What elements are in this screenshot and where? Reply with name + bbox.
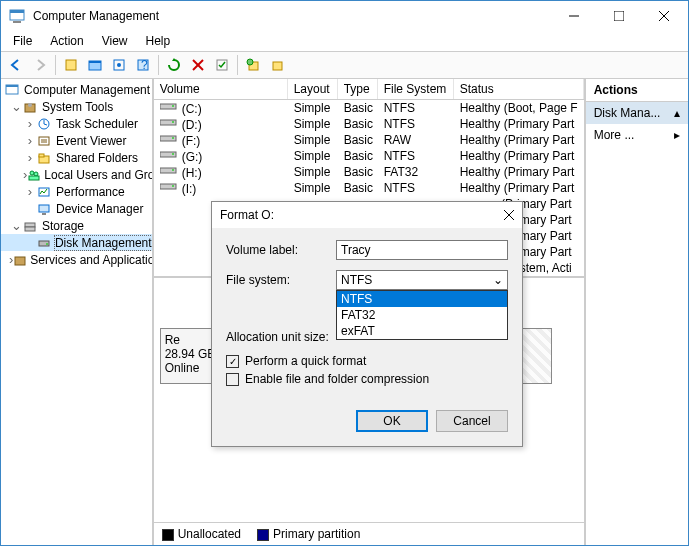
- checkbox-unchecked-icon: [226, 373, 239, 386]
- tree-disk-management[interactable]: Disk Management: [1, 234, 152, 251]
- svg-point-44: [172, 105, 174, 107]
- actions-header: Actions: [586, 79, 688, 102]
- svg-rect-27: [39, 137, 49, 145]
- volume-list-header[interactable]: Volume Layout Type File System Status: [154, 79, 584, 100]
- chevron-right-icon: ▸: [674, 128, 680, 142]
- fs-option-exfat[interactable]: exFAT: [337, 323, 507, 339]
- svg-point-33: [34, 172, 38, 176]
- fs-option-fat32[interactable]: FAT32: [337, 307, 507, 323]
- svg-point-23: [28, 103, 32, 107]
- volume-row[interactable]: (D:)SimpleBasicNTFSHealthy (Primary Part: [154, 116, 584, 132]
- minimize-button[interactable]: [551, 1, 596, 31]
- help-button[interactable]: ?: [132, 54, 154, 76]
- back-button[interactable]: [5, 54, 27, 76]
- svg-rect-2: [13, 21, 21, 23]
- svg-point-54: [172, 185, 174, 187]
- svg-rect-38: [25, 223, 35, 227]
- svg-rect-35: [39, 188, 49, 196]
- toolbar-icon[interactable]: [84, 54, 106, 76]
- close-button[interactable]: [641, 1, 686, 31]
- allocation-unit-label: Allocation unit size:: [226, 330, 336, 344]
- svg-rect-9: [89, 61, 101, 63]
- compression-checkbox[interactable]: Enable file and folder compression: [226, 372, 508, 386]
- volume-row[interactable]: (C:)SimpleBasicNTFSHealthy (Boot, Page F: [154, 100, 584, 116]
- checkbox-checked-icon: ✓: [226, 355, 239, 368]
- dialog-title: Format O:: [220, 208, 504, 222]
- tree-storage[interactable]: ⌄Storage: [1, 217, 152, 234]
- svg-text:?: ?: [141, 58, 148, 72]
- chevron-down-icon: ⌄: [493, 273, 503, 287]
- refresh-button[interactable]: [163, 54, 185, 76]
- svg-rect-1: [10, 10, 24, 13]
- actions-more[interactable]: More ...▸: [586, 124, 688, 146]
- dialog-close-button[interactable]: [504, 210, 514, 220]
- svg-rect-7: [66, 60, 76, 70]
- format-dialog: Format O: Volume label: File system: NTF…: [211, 201, 523, 447]
- svg-point-32: [30, 171, 34, 175]
- volume-label-label: Volume label:: [226, 243, 336, 257]
- tree-task-scheduler[interactable]: ›Task Scheduler: [1, 115, 152, 132]
- tree-root[interactable]: Computer Management (L: [1, 81, 152, 98]
- toolbar-icon[interactable]: [211, 54, 233, 76]
- svg-rect-39: [25, 227, 35, 231]
- svg-rect-36: [39, 205, 49, 212]
- col-layout[interactable]: Layout: [288, 79, 338, 99]
- svg-rect-34: [29, 176, 39, 180]
- svg-point-46: [172, 121, 174, 123]
- actions-disk-management[interactable]: Disk Mana...▴: [586, 102, 688, 124]
- col-volume[interactable]: Volume: [154, 79, 288, 99]
- tree-system-tools[interactable]: ⌄System Tools: [1, 98, 152, 115]
- volume-row[interactable]: (F:)SimpleBasicRAWHealthy (Primary Part: [154, 132, 584, 148]
- legend-unallocated: Unallocated: [162, 527, 241, 541]
- menubar: File Action View Help: [1, 31, 688, 51]
- window-title: Computer Management: [33, 9, 551, 23]
- navigation-tree[interactable]: Computer Management (L ⌄System Tools ›Ta…: [1, 79, 154, 545]
- maximize-button[interactable]: [596, 1, 641, 31]
- forward-button[interactable]: [29, 54, 51, 76]
- tree-performance[interactable]: ›Performance: [1, 183, 152, 200]
- svg-point-50: [172, 153, 174, 155]
- toolbar: ?: [1, 51, 688, 79]
- file-system-combo[interactable]: NTFS ⌄: [336, 270, 508, 290]
- legend-primary: Primary partition: [257, 527, 360, 541]
- quick-format-checkbox[interactable]: ✓ Perform a quick format: [226, 354, 508, 368]
- svg-rect-21: [6, 85, 18, 87]
- volume-row[interactable]: (H:)SimpleBasicFAT32Healthy (Primary Par…: [154, 164, 584, 180]
- svg-point-41: [46, 243, 48, 245]
- cancel-button[interactable]: Cancel: [436, 410, 508, 432]
- ok-button[interactable]: OK: [356, 410, 428, 432]
- tree-shared-folders[interactable]: ›Shared Folders: [1, 149, 152, 166]
- tree-local-users[interactable]: ›Local Users and Gro: [1, 166, 152, 183]
- tree-device-manager[interactable]: Device Manager: [1, 200, 152, 217]
- actions-pane: Actions Disk Mana...▴ More ...▸: [586, 79, 688, 545]
- file-system-dropdown[interactable]: NTFS FAT32 exFAT: [336, 290, 508, 340]
- svg-rect-37: [42, 213, 46, 215]
- menu-view[interactable]: View: [94, 32, 136, 50]
- menu-file[interactable]: File: [5, 32, 40, 50]
- toolbar-icon[interactable]: [108, 54, 130, 76]
- toolbar-icon[interactable]: [242, 54, 264, 76]
- tree-event-viewer[interactable]: ›Event Viewer: [1, 132, 152, 149]
- toolbar-icon[interactable]: [60, 54, 82, 76]
- app-icon: [9, 8, 25, 24]
- col-filesystem[interactable]: File System: [378, 79, 454, 99]
- fs-option-ntfs[interactable]: NTFS: [337, 291, 507, 307]
- file-system-label: File system:: [226, 273, 336, 287]
- dialog-titlebar: Format O:: [212, 202, 522, 228]
- collapse-icon: ▴: [674, 106, 680, 120]
- toolbar-icon[interactable]: [266, 54, 288, 76]
- svg-point-11: [117, 63, 121, 67]
- svg-point-18: [247, 59, 253, 65]
- col-status[interactable]: Status: [454, 79, 584, 99]
- volume-row[interactable]: (I:)SimpleBasicNTFSHealthy (Primary Part: [154, 180, 584, 196]
- volume-label-input[interactable]: [336, 240, 508, 260]
- menu-action[interactable]: Action: [42, 32, 91, 50]
- titlebar: Computer Management: [1, 1, 688, 31]
- tree-services[interactable]: ›Services and Applicatio: [1, 251, 152, 268]
- svg-point-52: [172, 169, 174, 171]
- col-type[interactable]: Type: [338, 79, 378, 99]
- delete-button[interactable]: [187, 54, 209, 76]
- menu-help[interactable]: Help: [138, 32, 179, 50]
- svg-point-48: [172, 137, 174, 139]
- volume-row[interactable]: (G:)SimpleBasicNTFSHealthy (Primary Part: [154, 148, 584, 164]
